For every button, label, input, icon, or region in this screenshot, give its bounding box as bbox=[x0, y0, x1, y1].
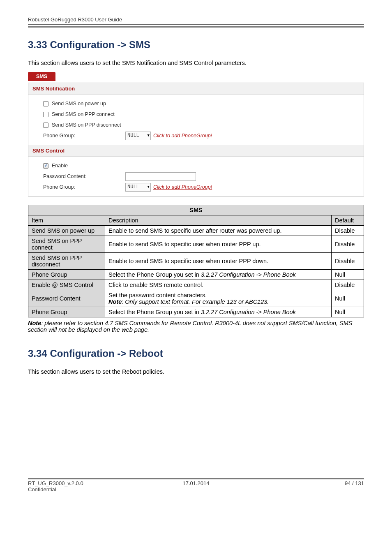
header-rule-thin bbox=[28, 24, 364, 25]
footer-rule bbox=[28, 478, 364, 479]
footer-right: 94 / 131 bbox=[252, 480, 364, 493]
table-cell: Disable bbox=[332, 236, 364, 253]
heading-3-34: 3.34 Configuration -> Reboot bbox=[28, 348, 364, 359]
label-ppp-disconnect: Send SMS on PPP disconnect bbox=[52, 122, 121, 128]
label-phone-group-notif: Phone Group: bbox=[34, 133, 125, 139]
table-row: Password Content bbox=[28, 290, 105, 307]
select-value-ctrl: NULL bbox=[127, 184, 139, 190]
sms-config-panel: SMS SMS Notification Send SMS on power u… bbox=[28, 72, 364, 197]
table-cell: Disable bbox=[332, 280, 364, 290]
table-cell: Null bbox=[332, 307, 364, 317]
checkbox-enable[interactable] bbox=[43, 163, 48, 169]
text-italic: : Only support text format. For example … bbox=[122, 298, 269, 305]
table-row: Phone Group bbox=[28, 307, 105, 317]
link-add-phonegroup-notif[interactable]: Click to add PhoneGroup! bbox=[153, 133, 212, 139]
chevron-down-icon: ▼ bbox=[148, 134, 150, 138]
table-row: Phone Group bbox=[28, 270, 105, 280]
tab-sms[interactable]: SMS bbox=[28, 72, 55, 81]
input-password-content[interactable] bbox=[125, 172, 196, 181]
text: Select the Phone Group you set in bbox=[108, 309, 201, 315]
table-cell: Enable to send SMS to specific user when… bbox=[105, 253, 332, 270]
table-cell: Enable to send SMS to specific user when… bbox=[105, 236, 332, 253]
page-footer: RT_UG_R3000_v.2.0.0 Confidential 17.01.2… bbox=[28, 478, 364, 493]
intro-3-34: This section allows users to set the Reb… bbox=[28, 368, 364, 375]
table-row: Enable @ SMS Control bbox=[28, 280, 105, 290]
table-title: SMS bbox=[28, 205, 364, 215]
label-password-content: Password Content: bbox=[34, 173, 125, 179]
section-sms-notification: SMS Notification bbox=[28, 83, 364, 95]
text: Select the Phone Group you set in bbox=[108, 271, 201, 278]
intro-3-33: This section allows users to set the SMS… bbox=[28, 60, 364, 66]
table-cell: Set the password content characters. Not… bbox=[105, 290, 332, 307]
table-cell: Disable bbox=[332, 226, 364, 236]
header-rule bbox=[28, 26, 364, 28]
label-phone-group-ctrl: Phone Group: bbox=[34, 184, 125, 190]
running-header: Robustel GoRugged R3000 User Guide bbox=[28, 16, 364, 24]
label-power-up: Send SMS on power up bbox=[52, 101, 106, 106]
text-italic: 3.2.27 Configuration -> Phone Book bbox=[201, 309, 296, 315]
select-phone-group-notif[interactable]: NULL ▼ bbox=[125, 132, 151, 140]
select-phone-group-ctrl[interactable]: NULL ▼ bbox=[125, 183, 151, 192]
table-row: Send SMS on PPP connect bbox=[28, 236, 105, 253]
table-cell: Enable to send SMS to specific user afte… bbox=[105, 226, 332, 236]
text-bold: Note bbox=[108, 298, 122, 305]
col-item: Item bbox=[28, 215, 105, 226]
table-cell: Null bbox=[332, 270, 364, 280]
note-bold: Note bbox=[28, 320, 41, 326]
table-cell: Click to enable SMS remote control. bbox=[105, 280, 332, 290]
link-add-phonegroup-ctrl[interactable]: Click to add PhoneGroup! bbox=[153, 184, 212, 190]
section-sms-control: SMS Control bbox=[28, 145, 364, 157]
table-cell: Disable bbox=[332, 253, 364, 270]
col-default: Default bbox=[332, 215, 364, 226]
checkbox-power-up[interactable] bbox=[43, 101, 48, 106]
label-ppp-connect: Send SMS on PPP connect bbox=[52, 111, 115, 117]
footer-left-1: RT_UG_R3000_v.2.0.0 bbox=[28, 480, 140, 486]
label-enable: Enable bbox=[52, 163, 68, 169]
chevron-down-icon: ▼ bbox=[148, 185, 150, 189]
note-3-33: Note: please refer to section 4.7 SMS Co… bbox=[28, 320, 364, 333]
checkbox-ppp-connect[interactable] bbox=[43, 112, 48, 117]
checkbox-ppp-disconnect[interactable] bbox=[43, 123, 48, 128]
text-italic: 3.2.27 Configuration -> Phone Book bbox=[201, 271, 296, 278]
footer-center: 17.01.2014 bbox=[140, 480, 252, 493]
note-text: : please refer to section 4.7 SMS Comman… bbox=[28, 320, 353, 333]
table-cell: Null bbox=[332, 290, 364, 307]
table-row: Send SMS on PPP disconnect bbox=[28, 253, 105, 270]
footer-left-2: Confidential bbox=[28, 486, 140, 493]
col-desc: Description bbox=[105, 215, 332, 226]
select-value-notif: NULL bbox=[127, 133, 139, 139]
heading-3-33: 3.33 Configuration -> SMS bbox=[28, 39, 364, 51]
sms-description-table: SMS Item Description Default Send SMS on… bbox=[28, 205, 364, 317]
table-cell: Select the Phone Group you set in 3.2.27… bbox=[105, 307, 332, 317]
table-cell: Select the Phone Group you set in 3.2.27… bbox=[105, 270, 332, 280]
text: Set the password content characters. bbox=[108, 292, 328, 298]
table-row: Send SMS on power up bbox=[28, 226, 105, 236]
